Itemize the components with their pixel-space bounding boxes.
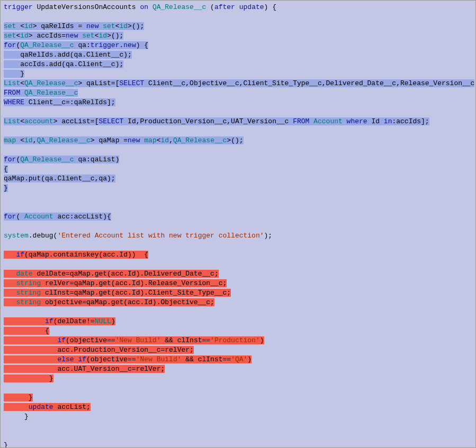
code-editor[interactable]: trigger UpdateVersionsOnAccounts on QA_R… (1, 1, 475, 448)
code-line: } (4, 441, 8, 448)
code-line: { (4, 165, 8, 173)
code-line: update accList; (4, 403, 91, 411)
code-line: } (4, 394, 33, 401)
code-line: if(qaMap.containskey(acc.Id)) { (4, 251, 148, 259)
code-line: List<QA_Release__c> qaList=[SELECT Clien… (4, 79, 474, 87)
code-line: accIds.add(qa.Client__c); (4, 60, 123, 68)
code-line: if(delDate!=NULL) (4, 317, 115, 325)
code-line: system.debug('Entered Account list with … (4, 232, 272, 240)
code-line: date delDate=qaMap.get(acc.Id).Delivered… (4, 270, 219, 278)
code-line: qaMap.put(qa.Client__c,qa); (4, 175, 115, 182)
code-line: else if(objective=='New Build' && clInst… (4, 355, 252, 363)
code-line: trigger UpdateVersionsOnAccounts on QA_R… (4, 3, 276, 11)
code-line: } (4, 413, 29, 420)
code-line: if(objective=='New Build' && clInst=='Pr… (4, 336, 264, 344)
code-line: string relVer=qaMap.get(acc.Id).Release_… (4, 279, 227, 287)
code-line: FROM QA_Release__c (4, 89, 78, 97)
code-line: map <id,QA_Release__c> qaMap =new map<id… (4, 136, 244, 144)
code-line: qaRelIds.add(qa.Client__c); (4, 51, 132, 59)
code-line: } (4, 70, 24, 78)
code-line: for(QA_Release__c qa:trigger.new) { (4, 41, 148, 49)
code-line: set<id> accIds=new set<id>(); (4, 32, 123, 40)
code-line: WHERE Client__c=:qaRelIds]; (4, 98, 115, 106)
code-line: } (4, 374, 53, 382)
code-line: for( Account acc:accList){ (4, 213, 111, 221)
code-line: List<account> accList=[SELECT Id,Product… (4, 117, 429, 125)
code-line: acc.Production_Version__c=relVer; (4, 346, 194, 354)
code-line: set <id> qaRelIds = new set<id>(); (4, 22, 144, 30)
code-line: string clInst=qaMap.get(acc.Id).Client_S… (4, 289, 231, 297)
code-line: { (4, 327, 49, 335)
code-line: acc.UAT_Version__c=relVer; (4, 365, 165, 373)
code-line: string objective=qaMap.get(acc.Id).Objec… (4, 298, 214, 306)
code-line: for(QA_Release__c qa:qaList) (4, 156, 119, 163)
code-line: } (4, 184, 8, 192)
